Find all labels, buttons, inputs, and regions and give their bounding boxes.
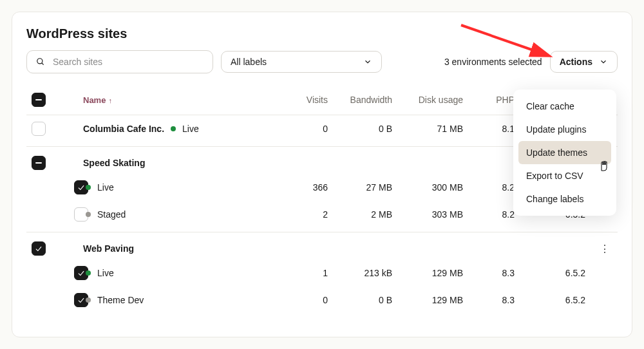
- cell-visits: 0: [283, 124, 334, 134]
- cell-wp: 6.5.2: [521, 268, 592, 278]
- actions-menu: Clear cache Update plugins Update themes…: [513, 90, 616, 216]
- page-title: WordPress sites: [26, 26, 618, 41]
- labels-dropdown-label: All labels: [231, 57, 267, 67]
- cell-php: 8.3: [469, 295, 521, 305]
- cell-bandwidth: 2 MB: [334, 209, 399, 220]
- cell-bandwidth: 0 B: [334, 124, 399, 134]
- env-name[interactable]: Theme Dev: [83, 295, 283, 305]
- labels-dropdown[interactable]: All labels: [221, 51, 382, 73]
- env-row: Theme Dev 0 0 B 129 MB 8.3 6.5.2: [26, 287, 618, 314]
- env-dot-live: [171, 126, 176, 131]
- env-dot-staged: [86, 212, 91, 217]
- cell-disk: 300 MB: [399, 182, 469, 193]
- menu-item-change-labels[interactable]: Change labels: [518, 187, 611, 211]
- col-visits[interactable]: Visits: [283, 95, 334, 105]
- cell-visits: 2: [283, 209, 334, 220]
- toolbar: All labels 3 environments selected Actio…: [26, 50, 618, 73]
- col-disk[interactable]: Disk usage: [399, 95, 469, 105]
- group-checkbox[interactable]: [32, 241, 46, 256]
- search-box[interactable]: [26, 50, 213, 73]
- search-icon: [36, 57, 45, 66]
- site-name[interactable]: Columbia Cafe Inc. Live: [83, 124, 283, 134]
- col-bandwidth[interactable]: Bandwidth: [334, 95, 399, 105]
- menu-item-update-themes[interactable]: Update themes: [518, 141, 611, 164]
- menu-item-update-plugins[interactable]: Update plugins: [518, 118, 611, 141]
- selection-count: 3 environments selected: [444, 57, 542, 67]
- menu-item-clear-cache[interactable]: Clear cache: [518, 95, 611, 118]
- cell-bandwidth: 27 MB: [334, 182, 399, 193]
- col-name[interactable]: Name↑: [83, 95, 283, 105]
- cell-bandwidth: 213 kB: [334, 268, 399, 278]
- chevron-down-icon: [599, 57, 608, 66]
- cell-visits: 0: [283, 295, 334, 305]
- select-all-checkbox[interactable]: [32, 93, 46, 107]
- cell-php: 8.3: [469, 268, 521, 278]
- sites-panel: WordPress sites All labels 3 environment…: [12, 12, 632, 337]
- sort-asc-icon: ↑: [108, 97, 112, 104]
- svg-point-0: [37, 59, 43, 64]
- row-more-button[interactable]: ⋮: [592, 243, 618, 255]
- cell-visits: 366: [283, 182, 334, 193]
- env-name[interactable]: Live: [83, 268, 283, 278]
- actions-button[interactable]: Actions: [550, 51, 618, 73]
- env-dot-staged: [86, 297, 91, 303]
- cell-disk: 129 MB: [399, 295, 469, 305]
- group-name[interactable]: Web Paving: [83, 243, 592, 254]
- cell-disk: 71 MB: [399, 124, 469, 134]
- cell-bandwidth: 0 B: [334, 295, 399, 305]
- env-name[interactable]: Live: [83, 182, 283, 193]
- actions-button-label: Actions: [560, 57, 592, 67]
- chevron-down-icon: [363, 57, 372, 66]
- cell-disk: 303 MB: [399, 209, 469, 220]
- menu-item-export-csv[interactable]: Export to CSV: [518, 164, 611, 187]
- cell-visits: 1: [283, 268, 334, 278]
- env-dot-live: [86, 185, 91, 190]
- group-checkbox[interactable]: [32, 156, 46, 170]
- env-row: Live 1 213 kB 129 MB 8.3 6.5.2: [26, 259, 618, 287]
- cell-disk: 129 MB: [399, 268, 469, 278]
- cell-wp: 6.5.2: [521, 295, 592, 305]
- search-input[interactable]: [52, 56, 204, 68]
- env-dot-live: [86, 270, 91, 276]
- row-checkbox[interactable]: [32, 122, 46, 136]
- env-name[interactable]: Staged: [83, 209, 283, 220]
- site-group-row: Web Paving ⋮: [26, 232, 618, 259]
- svg-line-1: [42, 63, 44, 65]
